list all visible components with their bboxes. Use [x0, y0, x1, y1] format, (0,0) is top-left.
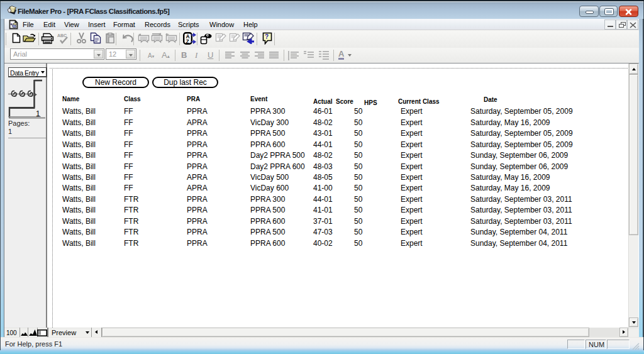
svg-text:?: ?	[265, 33, 269, 40]
svg-text:Z: Z	[186, 38, 189, 45]
svg-text:ABC: ABC	[57, 33, 67, 38]
